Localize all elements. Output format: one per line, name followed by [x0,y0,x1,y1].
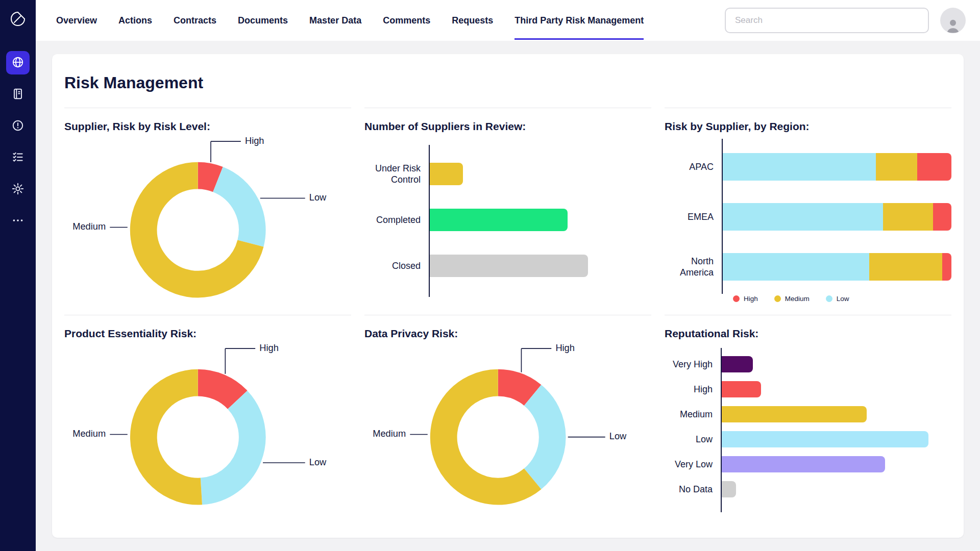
legend-dot [733,295,740,302]
legend-dot [774,295,781,302]
chart-title: Data Privacy Risk: [364,328,651,340]
slice-label: Low [609,431,627,441]
topbar: Overview Actions Contracts Documents Mas… [36,0,980,41]
tab-comments[interactable]: Comments [383,0,430,41]
bar-category-label: North America [665,242,722,292]
sidebar-nav [6,51,30,233]
bar-segment-medium [876,153,917,181]
app-logo-icon [6,7,30,31]
data-privacy-donut: HighLowMedium [364,343,651,519]
legend-item: Medium [774,295,810,303]
sidebar-item-settings[interactable] [6,178,30,201]
bar-segment-low [723,153,876,181]
bar [430,255,588,277]
slice-label: High [245,136,264,146]
legend-dot [826,295,832,302]
main-column: Overview Actions Contracts Documents Mas… [36,0,980,551]
bar-category-label: Completed [364,197,429,243]
bar-segment-high [942,253,951,281]
stacked-bar [723,203,951,231]
sidebar-item-more[interactable] [6,209,30,233]
bar-category-label: Very Low [665,452,721,477]
tab-master-data[interactable]: Master Data [309,0,361,41]
bar-segment-medium [883,203,934,231]
tab-overview[interactable]: Overview [56,0,97,41]
chart-title: Supplier, Risk by Risk Level: [64,120,351,133]
settings-icon [11,182,24,197]
donut-chart: HighLowMedium [64,136,351,312]
page-content: Risk Management Supplier, Risk by Risk L… [36,41,980,551]
tab-actions[interactable]: Actions [118,0,152,41]
bar-segment-high [933,203,951,231]
bar-axis [721,348,951,512]
bar-segment-medium [869,253,942,281]
bar [430,163,463,185]
panel-product-essentiality: Product Essentiality Risk: HighLowMedium [64,315,351,522]
legend-item: Low [826,295,849,303]
slice-label: High [555,343,575,353]
sidebar-item-tasks[interactable] [6,146,30,169]
legend-label: High [744,295,758,303]
chart-title: Number of Suppliers in Review: [364,120,651,133]
bar-axis [722,139,951,294]
bar [722,431,928,447]
bar-category-label: APAC [665,142,722,192]
stacked-bar [723,253,951,281]
search-input[interactable] [725,8,929,33]
slice-label: High [259,343,279,353]
legend-item: High [733,295,758,303]
donut-slice-high [498,383,533,395]
reputational-risk-bars: Very HighHighMediumLowVery LowNo Data [665,348,951,512]
sidebar-item-globe[interactable] [6,51,30,74]
legend-label: Medium [785,295,810,303]
charts-grid: Supplier, Risk by Risk Level: HighLowMed… [64,108,951,522]
alerts-icon [11,119,24,134]
panel-suppliers-in-review: Number of Suppliers in Review: Under Ris… [364,108,651,315]
supplier-risk-donut: HighLowMedium [64,136,351,312]
sidebar-item-documents[interactable] [6,83,30,106]
bar-category-label: No Data [665,477,721,502]
region-stacked-bars: APACEMEANorth AmericaHighMediumLow [665,139,951,303]
bar-category-label: Very High [665,352,721,377]
top-nav: Overview Actions Contracts Documents Mas… [56,0,644,41]
chart-legend: HighMediumLow [733,295,951,303]
topbar-right [725,8,966,33]
bar [722,406,867,422]
bar-category-label: Under Risk Control [364,151,429,197]
bar-category-label: Low [665,427,721,452]
donut-slice-low [533,395,553,479]
page-title: Risk Management [64,73,951,92]
slice-label: Medium [373,428,406,439]
notebook-icon [11,87,24,102]
donut-chart: HighLowMedium [364,343,651,519]
tab-documents[interactable]: Documents [238,0,288,41]
tab-third-party-risk-management[interactable]: Third Party Risk Management [514,0,644,41]
slice-label: Medium [72,428,106,439]
product-essentiality-donut: HighLowMedium [64,343,351,519]
bar [722,456,885,472]
donut-slice-low [201,400,252,491]
bar-category-label: EMEA [665,192,722,242]
globe-icon [11,56,24,70]
tab-contracts[interactable]: Contracts [174,0,216,41]
person-icon [944,17,962,33]
panel-data-privacy: Data Privacy Risk: HighLowMedium [364,315,651,522]
risk-management-card: Risk Management Supplier, Risk by Risk L… [52,54,964,538]
tab-requests[interactable]: Requests [452,0,493,41]
slice-label: Low [309,192,327,203]
suppliers-review-bars: Under Risk ControlCompletedClosed [364,145,651,297]
donut-slice-low [218,180,252,243]
donut-slice-high [198,383,238,400]
stacked-bar [723,153,951,181]
panel-reputational-risk: Reputational Risk: Very HighHighMediumLo… [665,315,951,522]
bar-segment-low [723,203,883,231]
chart-title: Reputational Risk: [665,328,951,340]
bar [722,356,753,372]
panel-supplier-risk-level: Supplier, Risk by Risk Level: HighLowMed… [64,108,351,315]
sidebar-item-alerts[interactable] [6,114,30,138]
slice-label: Low [309,457,327,467]
chart-title: Product Essentiality Risk: [64,328,351,340]
bar [430,209,568,231]
user-avatar[interactable] [940,8,966,33]
donut-slice-high [198,176,218,180]
